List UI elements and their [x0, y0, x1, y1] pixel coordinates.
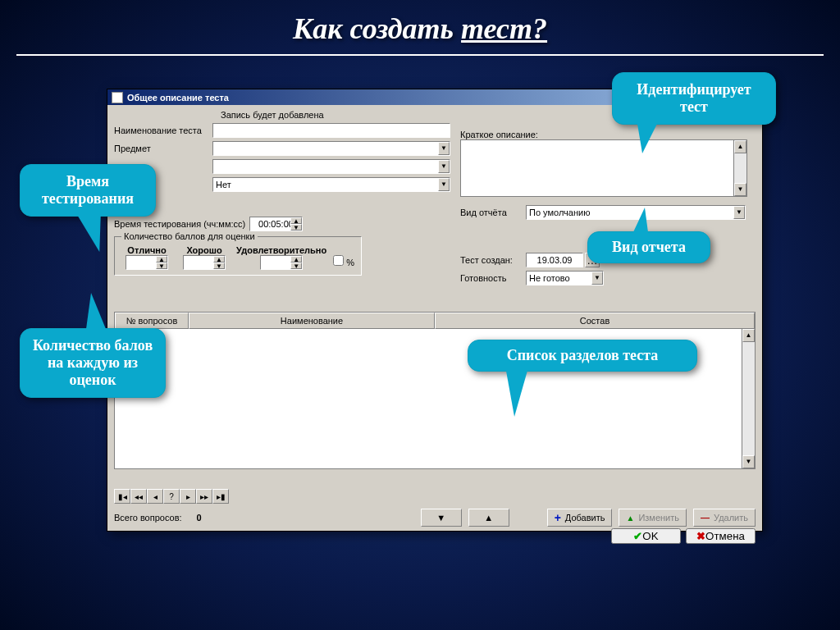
- edit-button[interactable]: ▲Изменить: [619, 509, 687, 527]
- cancel-button[interactable]: ✖Отмена: [686, 528, 756, 544]
- plus-icon: +: [555, 511, 561, 524]
- scrollbar[interactable]: ▲▼: [733, 140, 746, 196]
- label-created: Тест создан:: [460, 255, 526, 265]
- minus-icon: —: [701, 513, 710, 523]
- slide-title: Как создать тест?: [0, 0, 840, 54]
- callout-report: Вид отчета: [587, 231, 710, 263]
- subject-combo[interactable]: [212, 141, 450, 156]
- chevron-down-icon[interactable]: ▼: [438, 160, 450, 173]
- move-up-button[interactable]: ▲: [468, 509, 509, 527]
- move-down-button[interactable]: ▼: [421, 509, 462, 527]
- test-name-input[interactable]: [212, 123, 450, 138]
- total-q-value: 0: [197, 513, 202, 523]
- triangle-icon: ▲: [626, 514, 634, 523]
- group-scores: Количество баллов для оценки: [121, 231, 258, 241]
- delete-button[interactable]: —Удалить: [693, 509, 756, 527]
- check-icon: ✔: [633, 530, 642, 542]
- spin-up-icon[interactable]: ▲: [156, 256, 167, 262]
- chevron-down-icon[interactable]: ▼: [591, 272, 603, 285]
- spin-down-icon[interactable]: ▼: [290, 224, 302, 231]
- chevron-down-icon[interactable]: ▼: [438, 142, 450, 155]
- label-subject: Предмет: [114, 144, 212, 153]
- label-time: Время тестирования (чч:мм:сс): [114, 219, 249, 229]
- chevron-down-icon[interactable]: ▼: [438, 178, 450, 191]
- spin-up-icon[interactable]: ▲: [290, 217, 302, 224]
- label-good: Хорошо: [179, 245, 230, 255]
- teacher-combo[interactable]: [212, 159, 450, 174]
- chevron-down-icon[interactable]: ▼: [733, 206, 745, 219]
- sections-grid: № вопросов Наименование Состав ▲▼: [114, 312, 756, 469]
- col-content[interactable]: Состав: [435, 313, 755, 329]
- spin-down-icon[interactable]: ▼: [156, 262, 167, 269]
- callout-scores: Количество балов на каждую из оценок: [20, 328, 166, 398]
- spin-up-icon[interactable]: ▲: [290, 256, 302, 262]
- created-input[interactable]: [526, 253, 583, 267]
- ok-button[interactable]: ✔OK: [611, 528, 681, 544]
- col-number[interactable]: № вопросов: [115, 313, 189, 329]
- dialog-window: Общее описание теста Запись будет добавл…: [107, 89, 763, 532]
- window-title: Общее описание теста: [127, 93, 229, 103]
- label-satisf: Удовлетворительно: [236, 245, 326, 255]
- nav-prev-page[interactable]: ◂◂: [130, 489, 147, 504]
- callout-sections: Список разделов теста: [468, 340, 697, 372]
- col-name[interactable]: Наименование: [189, 313, 435, 329]
- spin-down-icon[interactable]: ▼: [290, 262, 302, 269]
- nav-prev[interactable]: ◂: [147, 489, 163, 504]
- label-short-desc: Краткое описание:: [460, 130, 747, 139]
- nav-help[interactable]: ?: [163, 489, 180, 504]
- percent-checkbox[interactable]: [333, 255, 344, 266]
- callout-time: Время тестирования: [20, 164, 156, 217]
- spin-up-icon[interactable]: ▲: [213, 256, 225, 262]
- close-icon: ✖: [696, 530, 705, 542]
- add-button[interactable]: +Добавить: [547, 509, 613, 527]
- nav-last[interactable]: ▸▮: [212, 489, 229, 504]
- nav-next[interactable]: ▸: [180, 489, 196, 504]
- spin-down-icon[interactable]: ▼: [213, 262, 225, 269]
- label-readiness: Готовность: [460, 273, 526, 283]
- label-report: Вид отчёта: [460, 208, 526, 217]
- app-icon: [112, 92, 123, 103]
- nav-first[interactable]: ▮◂: [114, 489, 130, 504]
- divider: [16, 54, 824, 56]
- short-desc-textarea[interactable]: ▲▼: [460, 139, 747, 197]
- level-combo[interactable]: [212, 177, 450, 192]
- label-name: Наименование теста: [114, 126, 212, 135]
- nav-next-page[interactable]: ▸▸: [196, 489, 212, 504]
- callout-identifies: Идентифицирует тест: [612, 72, 776, 125]
- label-excellent: Отлично: [121, 245, 172, 255]
- scrollbar[interactable]: ▲▼: [742, 329, 755, 468]
- record-navigator: ▮◂ ◂◂ ◂ ? ▸ ▸▸ ▸▮: [114, 489, 229, 504]
- label-total-q: Всего вопросов:: [114, 513, 182, 523]
